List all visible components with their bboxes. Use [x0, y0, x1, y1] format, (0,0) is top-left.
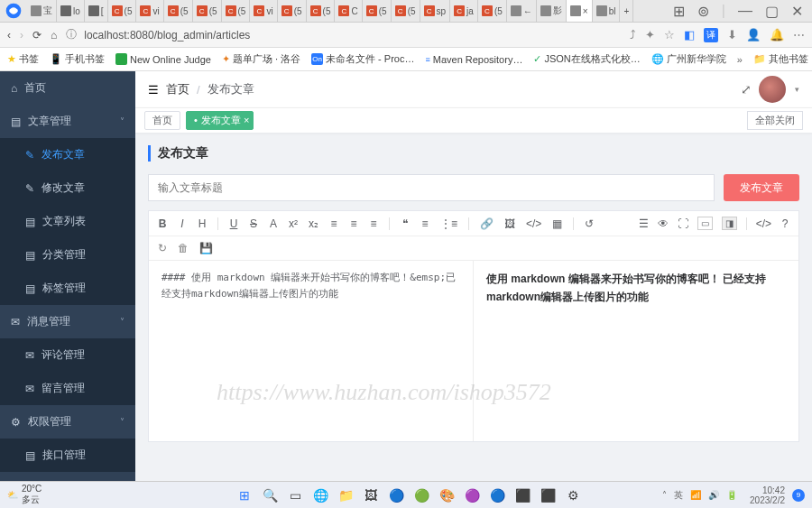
preview-icon[interactable]: 👁: [658, 217, 669, 230]
window-maximize-icon[interactable]: ▢: [765, 3, 779, 20]
nav-forward-icon[interactable]: ›: [20, 29, 23, 42]
notif-icon[interactable]: 🔔: [770, 28, 784, 42]
app-icon[interactable]: ⚙: [563, 485, 583, 505]
person-icon[interactable]: 👤: [746, 28, 761, 42]
browser-tab[interactable]: C(5: [363, 0, 392, 22]
bookmark-item[interactable]: New Online Judge: [115, 53, 211, 65]
browser-tab[interactable]: C(5: [392, 0, 420, 22]
sidebar-item[interactable]: ⌂首页: [0, 71, 135, 105]
tray-chevron-icon[interactable]: ˄: [662, 490, 667, 500]
sidebar-subitem[interactable]: ✉留言管理: [0, 372, 135, 405]
nav-back-icon[interactable]: ‹: [7, 29, 11, 42]
align-right-icon[interactable]: ≡: [369, 217, 378, 230]
underline-icon[interactable]: U: [229, 217, 238, 230]
more-icon[interactable]: ⋯: [793, 28, 805, 42]
window-close-icon[interactable]: ✕: [791, 3, 803, 20]
app-icon[interactable]: 🔵: [487, 485, 507, 505]
caret-down-icon[interactable]: ▾: [795, 85, 799, 94]
tray-lang-icon[interactable]: 英: [674, 489, 683, 502]
tray-battery-icon[interactable]: 🔋: [726, 490, 737, 500]
align-left-icon[interactable]: ≡: [329, 217, 338, 230]
start-icon[interactable]: ⊞: [235, 485, 254, 505]
tray-volume-icon[interactable]: 🔊: [708, 490, 719, 500]
sidebar-subitem[interactable]: ✉评论管理: [0, 338, 135, 372]
bookmark-item[interactable]: On未命名文件 - Proc…: [311, 52, 414, 66]
browser-tab[interactable]: ←: [507, 0, 537, 22]
refresh-icon[interactable]: ↻: [158, 242, 167, 254]
fullscreen-icon[interactable]: ⤢: [741, 82, 750, 97]
sup-icon[interactable]: x²: [289, 217, 298, 230]
nav-reload-icon[interactable]: ⟳: [32, 29, 42, 42]
align-center-icon[interactable]: ≡: [349, 217, 358, 230]
app-icon[interactable]: 🟣: [462, 485, 482, 505]
url-text[interactable]: localhost:8080/blog_admin/articles: [84, 29, 250, 42]
split-icon[interactable]: ◨: [722, 217, 737, 230]
nav-icon[interactable]: ☰: [639, 217, 649, 230]
table-icon[interactable]: ▦: [552, 217, 562, 230]
sidebar-subitem[interactable]: ▤分类管理: [0, 238, 135, 272]
mark-icon[interactable]: A: [269, 217, 278, 230]
link-icon[interactable]: 🔗: [480, 217, 494, 230]
bookmark-item[interactable]: 📱手机书签: [50, 52, 105, 66]
browser-tab[interactable]: Cja: [450, 0, 478, 22]
bookmark-item[interactable]: ✦题单广场 · 洛谷: [222, 52, 300, 66]
weather-widget[interactable]: ⛅ 20°C 多云: [7, 484, 42, 506]
html-icon[interactable]: </>: [756, 217, 771, 230]
close-all-button[interactable]: 全部关闭: [747, 111, 803, 130]
other-bookmarks[interactable]: 📁其他书签: [753, 52, 808, 66]
browser-tab[interactable]: C(5: [278, 0, 307, 22]
browser-tab[interactable]: C(5: [222, 0, 251, 22]
image-icon[interactable]: 🖼: [504, 217, 515, 230]
share-icon[interactable]: ⤴: [630, 28, 636, 42]
explorer-icon[interactable]: 📁: [336, 485, 355, 505]
sidebar-item[interactable]: ▤文章管理˅: [0, 105, 135, 138]
ol-icon[interactable]: ≡: [420, 217, 429, 230]
search-icon[interactable]: 🔍: [260, 485, 280, 505]
close-tab-icon[interactable]: ×: [244, 115, 249, 125]
sidebar-subitem[interactable]: ▤接口管理: [0, 439, 135, 472]
code-icon[interactable]: </>: [526, 217, 541, 230]
app-icon[interactable]: ⬛: [538, 485, 558, 505]
article-title-input[interactable]: [148, 174, 715, 201]
nav-home-icon[interactable]: ⌂: [51, 29, 57, 42]
read-icon[interactable]: ▭: [697, 217, 713, 230]
undo-icon[interactable]: ↺: [585, 217, 594, 230]
browser-tab[interactable]: lo: [57, 0, 85, 22]
tray-wifi-icon[interactable]: 📶: [690, 490, 701, 500]
app-icon[interactable]: 🎨: [437, 485, 457, 505]
download-icon[interactable]: ⬇: [727, 28, 737, 42]
bookmark-item[interactable]: ≡Maven Repository…: [425, 54, 522, 65]
browser-tab[interactable]: [: [85, 0, 108, 22]
taskview-icon[interactable]: ▭: [285, 485, 305, 505]
browser-tab[interactable]: 影: [537, 0, 567, 22]
app-icon[interactable]: ⬛: [512, 485, 532, 505]
browser-tab[interactable]: C(5: [108, 0, 137, 22]
sidebar-item[interactable]: ⚙权限管理˅: [0, 405, 135, 439]
star-icon[interactable]: ☆: [664, 28, 675, 42]
browser-tab[interactable]: C(5: [307, 0, 336, 22]
sidebar-subitem[interactable]: ✎修改文章: [0, 171, 135, 205]
sidebar-item[interactable]: ✉消息管理˅: [0, 305, 135, 338]
browser-tab[interactable]: C(5: [478, 0, 507, 22]
new-tab-button[interactable]: +: [620, 0, 633, 22]
edge-icon[interactable]: 🌐: [310, 485, 330, 505]
translate-icon[interactable]: 译: [704, 28, 718, 42]
clock[interactable]: 10:42 2023/2/2: [750, 485, 785, 505]
browser-tab[interactable]: C(5: [193, 0, 222, 22]
browser-tab[interactable]: C(5: [164, 0, 193, 22]
quote-icon[interactable]: ❝: [401, 217, 410, 230]
app-icon[interactable]: 🖼: [361, 485, 381, 505]
browser-tab[interactable]: Csp: [420, 0, 451, 22]
expand-icon[interactable]: ⛶: [678, 217, 688, 230]
wand-icon[interactable]: ✦: [645, 28, 655, 42]
bold-icon[interactable]: B: [158, 217, 167, 230]
sidebar-subitem[interactable]: ▤标签管理: [0, 272, 135, 305]
browser-tab[interactable]: Cvi: [136, 0, 163, 22]
window-settings-icon[interactable]: ⊚: [697, 3, 709, 20]
window-minimize-icon[interactable]: —: [738, 3, 752, 20]
tab-home[interactable]: 首页: [144, 111, 180, 130]
bookmark-item[interactable]: 🌐广州新华学院: [651, 52, 726, 66]
app-icon[interactable]: 🔵: [386, 485, 406, 505]
sidebar-subitem[interactable]: ✎发布文章: [0, 138, 135, 171]
strike-icon[interactable]: S: [249, 217, 258, 230]
